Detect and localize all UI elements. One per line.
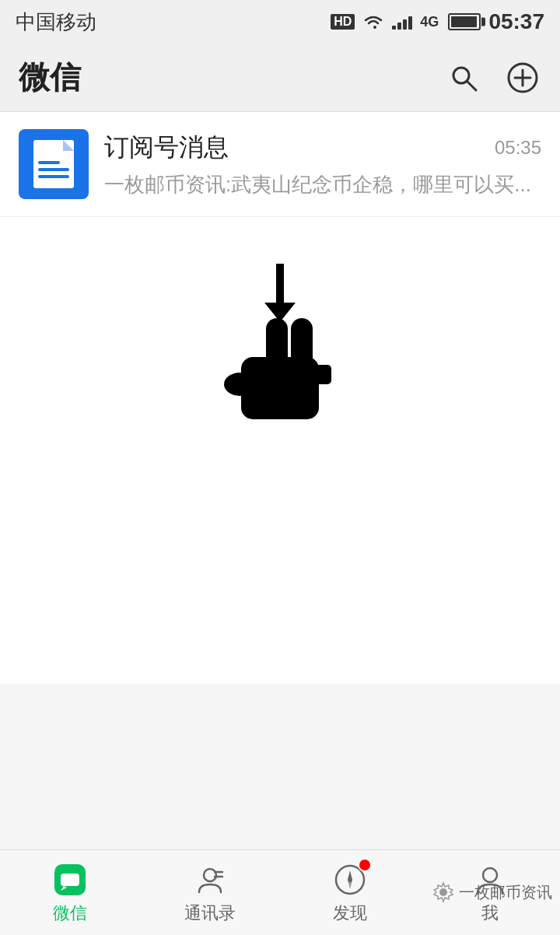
message-avatar [19,129,89,199]
bottom-nav: 微信 通讯录 发现 [0,849,560,935]
doc-avatar-icon [33,140,74,188]
svg-point-16 [204,869,216,881]
discover-badge [358,858,372,872]
svg-rect-12 [316,365,331,384]
hd-badge: HD [331,14,355,30]
message-name: 订阅号消息 [104,131,229,165]
message-time: 05:35 [495,137,541,159]
discover-icon-wrap [331,861,369,898]
nav-item-contacts[interactable]: 通讯录 [140,850,280,935]
add-button[interactable] [504,59,541,96]
status-bar-right: HD 4G 05:37 [331,9,544,34]
message-preview: 一枚邮币资讯:武夷山纪念币企稳，哪里可以买... [104,171,541,198]
plus-circle-icon [506,61,540,95]
chat-icon [53,863,87,897]
header-icons [445,59,541,96]
corner-widget-text: 一枚邮币资讯 [459,882,552,903]
svg-point-8 [224,373,255,396]
svg-line-1 [467,82,476,90]
svg-rect-11 [291,361,313,376]
svg-rect-9 [266,318,288,369]
battery-icon [448,13,481,30]
nav-label-contacts: 通讯录 [184,902,236,925]
nav-label-wechat: 微信 [53,902,87,925]
nav-label-discover: 发现 [333,902,367,925]
nav-item-wechat[interactable]: 微信 [0,850,140,935]
app-header: 微信 [0,44,560,112]
message-item[interactable]: 订阅号消息 05:35 一枚邮币资讯:武夷山纪念币企稳，哪里可以买... [0,112,560,217]
svg-point-24 [439,888,447,896]
app-title: 微信 [19,56,81,99]
wifi-icon [362,13,384,30]
corner-widget: 一枚邮币资讯 [420,849,560,935]
fourg-badge: 4G [420,14,439,30]
nav-item-discover[interactable]: 发现 [280,850,420,935]
gesture-icon [210,264,350,427]
main-content [0,217,560,684]
wechat-icon-wrap [51,861,89,898]
contacts-icon-wrap [191,861,229,898]
svg-point-22 [348,877,352,882]
status-bar: 中国移动 HD 4G 05:37 [0,0,560,44]
message-top: 订阅号消息 05:35 [104,131,541,165]
message-list: 订阅号消息 05:35 一枚邮币资讯:武夷山纪念币企稳，哪里可以买... [0,112,560,217]
signal-bars [392,14,412,30]
time-label: 05:37 [488,9,544,34]
carrier-label: 中国移动 [16,9,96,36]
contacts-icon [193,863,227,897]
message-content: 订阅号消息 05:35 一枚邮币资讯:武夷山纪念币企稳，哪里可以买... [104,131,541,198]
svg-rect-14 [61,874,79,886]
search-icon [446,61,481,95]
gear-icon [432,881,454,903]
search-button[interactable] [445,59,482,96]
